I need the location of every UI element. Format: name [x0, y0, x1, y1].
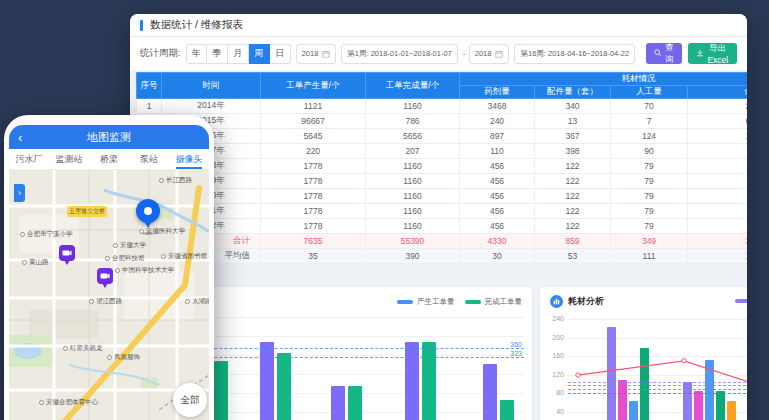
- y-axis-tick-label: 160: [542, 352, 564, 359]
- trend-line: [568, 311, 747, 420]
- table-cell: 1778: [261, 174, 366, 189]
- map-place-label: 安徽省图书馆: [161, 252, 207, 261]
- map-place-text: 安徽省图书馆: [168, 252, 207, 261]
- legend-swatch: [465, 300, 481, 304]
- y-axis-tick-label: 120: [542, 371, 564, 378]
- back-icon[interactable]: ‹: [18, 131, 22, 144]
- reference-line-label: 360: [510, 341, 522, 348]
- y-axis-tick-label: 240: [542, 315, 564, 322]
- camera-marker-icon[interactable]: [59, 245, 75, 261]
- phone-tab-bar: 污水厂监测站桥梁泵站摄像头: [9, 149, 209, 170]
- table-cell: 398: [535, 144, 611, 159]
- table-cell: 122: [535, 204, 611, 219]
- legend-label: 产生工单量: [417, 297, 455, 307]
- map-place-text: 合肥市宁溪小学: [27, 230, 73, 239]
- poi-dot-icon: [63, 346, 68, 351]
- poi-dot-icon: [113, 243, 118, 248]
- poi-dot-icon: [185, 299, 190, 304]
- map-place-text: 长江西路: [166, 176, 192, 185]
- table-cell: 1121: [261, 99, 366, 114]
- phone-tab-监测站[interactable]: 监测站: [49, 149, 89, 169]
- search-icon: [654, 49, 662, 59]
- table-cell: 79: [611, 159, 688, 174]
- average-row: 平均值353903053111146: [137, 249, 748, 264]
- total-cell: 4330: [460, 234, 535, 249]
- table-cell: 79: [611, 219, 688, 234]
- bar-generated: [260, 342, 274, 420]
- report-table-wrap: 序号时间工单产生量/个工单完成量/个耗材情况药剂量配件量（套）人工量金额 120…: [136, 72, 747, 264]
- location-pin-icon[interactable]: [136, 199, 160, 223]
- start-week-input[interactable]: 第1周: 2018-01-01~2018-01-07: [341, 44, 457, 64]
- group-header: 耗材情况: [460, 73, 748, 86]
- road-name-badge: 五里墩立交桥: [67, 206, 107, 217]
- table-cell: 70: [611, 99, 688, 114]
- camera-marker-icon[interactable]: [97, 268, 113, 284]
- phone-tab-污水厂[interactable]: 污水厂: [9, 149, 49, 169]
- consumables-chart-card: 耗材分析 4080120160200240: [540, 287, 747, 420]
- dashboard-panel: 数据统计 / 维修报表 统计周期: 年季月周日 2018 第1周: 2018-0…: [130, 14, 747, 420]
- start-year-select[interactable]: 2018: [296, 44, 337, 64]
- map-place-label: 安徽合肥体育中心: [39, 398, 98, 407]
- pie-chart-icon: [550, 295, 563, 308]
- table-cell: 690: [688, 114, 748, 129]
- period-option-日[interactable]: 日: [270, 44, 291, 64]
- query-button[interactable]: 查询: [646, 43, 682, 64]
- bar-completed: [214, 361, 228, 420]
- phone-tab-摄像头[interactable]: 摄像头: [169, 149, 209, 169]
- poi-dot-icon: [107, 355, 112, 360]
- legend-swatch: [397, 300, 413, 304]
- breadcrumb: 数据统计 / 维修报表: [130, 14, 747, 37]
- y-axis-tick-label: 80: [542, 389, 564, 396]
- poi-dot-icon: [39, 400, 44, 405]
- poi-dot-icon: [22, 260, 27, 265]
- export-excel-button[interactable]: 导出Excel: [688, 43, 737, 64]
- map-place-text: 合肥科技馆: [112, 254, 145, 263]
- table-cell: 1160: [366, 99, 460, 114]
- expand-panel-icon[interactable]: ›: [14, 184, 25, 202]
- table-cell: 5645: [261, 129, 366, 144]
- phone-mockup: ‹ 地图监测 污水厂监测站桥梁泵站摄像头: [4, 115, 214, 420]
- table-cell: 456: [460, 219, 535, 234]
- total-row: 合计7635553904330859349338: [137, 234, 748, 249]
- phone-tab-泵站[interactable]: 泵站: [129, 149, 169, 169]
- period-option-周[interactable]: 周: [249, 44, 270, 64]
- column-header: 序号: [137, 73, 162, 99]
- query-button-label: 查询: [665, 42, 674, 66]
- end-year-select[interactable]: 2018: [469, 44, 510, 64]
- total-cell: 7635: [261, 234, 366, 249]
- map-view[interactable]: › 五里墩立交桥 合肥市宁溪小学黄山路安徽大学合肥科技馆中国科学技术大学安徽医科…: [9, 170, 209, 420]
- period-option-年[interactable]: 年: [186, 44, 207, 64]
- bar-completed: [500, 400, 514, 420]
- report-table: 序号时间工单产生量/个工单完成量/个耗材情况药剂量配件量（套）人工量金额 120…: [136, 72, 747, 264]
- legend-swatch: [735, 299, 747, 303]
- map-place-label: 长江西路: [159, 176, 192, 185]
- table-cell: 110: [460, 144, 535, 159]
- table-cell: 340: [535, 99, 611, 114]
- table-row: 12014年11211160346834070250: [137, 99, 748, 114]
- charts-row: 产生工单量完成工单量 360323 耗材分析 4080120160200240: [136, 287, 747, 420]
- map-background: [9, 170, 209, 420]
- period-option-月[interactable]: 月: [228, 44, 249, 64]
- phone-tab-桥梁[interactable]: 桥梁: [89, 149, 129, 169]
- poi-dot-icon: [89, 299, 94, 304]
- poi-dot-icon: [115, 268, 120, 273]
- consumables-chart-title-text: 耗材分析: [568, 295, 604, 308]
- table-cell: 456: [460, 174, 535, 189]
- table-cell: 79: [611, 174, 688, 189]
- filter-bar: 统计周期: 年季月周日 2018 第1周: 2018-01-01~2018-01…: [130, 37, 747, 70]
- show-all-button[interactable]: 全部: [173, 383, 207, 417]
- table-header-row: 序号时间工单产生量/个工单完成量/个耗材情况: [137, 73, 748, 86]
- table-cell: 1160: [366, 159, 460, 174]
- table-cell: 250: [688, 99, 748, 114]
- end-week-input[interactable]: 第16周: 2018-04-16~2018-04-22: [514, 44, 635, 64]
- table-row: 92022年177811604561227967: [137, 219, 748, 234]
- table-cell: 1778: [261, 159, 366, 174]
- table-cell: 1778: [261, 189, 366, 204]
- map-place-label: 望江西路: [89, 297, 122, 306]
- range-separator: -: [463, 49, 466, 59]
- export-button-label: 导出Excel: [707, 43, 729, 65]
- poi-dot-icon: [105, 256, 110, 261]
- map-place-label: 合肥科技馆: [105, 254, 145, 263]
- map-place-text: 黄山路: [29, 258, 49, 267]
- period-option-季[interactable]: 季: [207, 44, 228, 64]
